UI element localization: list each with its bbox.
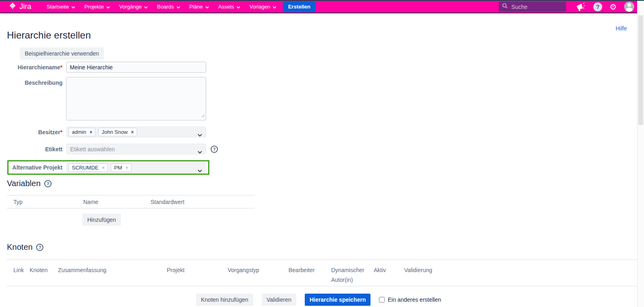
search-placeholder: Suche <box>511 4 528 10</box>
owner-select[interactable]: admin × John Snow × <box>66 127 206 137</box>
chevron-down-icon <box>177 4 180 10</box>
avatar-body <box>626 8 633 12</box>
help-link[interactable]: Hilfe <box>616 25 627 32</box>
nodes-table-header: Link Knoten Zusammenfassung Projekt Vorg… <box>7 260 637 286</box>
variables-table-header: Typ Name Standardwert <box>7 195 255 208</box>
validate-button[interactable]: Validieren <box>262 294 296 306</box>
nodes-table: Link Knoten Zusammenfassung Projekt Vorg… <box>7 260 637 286</box>
column-header-bearbeiter: Bearbeiter <box>289 260 331 286</box>
remove-tag-icon[interactable]: × <box>131 130 134 135</box>
column-header-validierung: Validierung <box>404 260 637 286</box>
chevron-down-icon <box>106 4 110 10</box>
remove-tag-icon[interactable]: × <box>89 130 92 135</box>
column-header-link: Link <box>7 260 30 286</box>
gear-icon[interactable]: ⚙ <box>610 3 617 11</box>
chevron-down-icon <box>205 4 209 10</box>
search-icon <box>502 3 508 11</box>
chevron-down-icon <box>198 148 202 155</box>
resize-grip-icon[interactable] <box>201 112 205 119</box>
hierarchy-name-input[interactable] <box>66 62 206 73</box>
chevron-down-icon <box>273 4 276 10</box>
nav-item-boards[interactable]: Boards <box>157 4 180 10</box>
description-row: Beschreibung <box>0 77 206 120</box>
help-icon[interactable]: ? <box>593 2 602 11</box>
label-select[interactable]: Etikett auswählen <box>66 144 206 155</box>
owner-label: Besitzer* <box>0 129 62 135</box>
owner-tag-john-snow: John Snow × <box>98 128 137 136</box>
column-header-dynamischer-autor: Dynamischer Autor(in) <box>331 260 374 286</box>
alt-project-tag-scrumde: SCRUMDE × <box>69 163 108 172</box>
column-header-standardwert: Standardwert <box>151 199 255 205</box>
footer-actions: Knoten hinzufügen Validieren Hierarchie … <box>0 294 637 306</box>
column-header-name: Name <box>83 199 151 205</box>
required-asterisk: * <box>60 64 62 71</box>
page: Jira Startseite Projekte Vorgänge Boards… <box>0 0 644 307</box>
add-variable-button[interactable]: Hinzufügen <box>82 214 121 226</box>
search-box[interactable]: Suche <box>499 2 566 12</box>
add-node-button[interactable]: Knoten hinzufügen <box>196 294 253 306</box>
create-another-checkbox[interactable] <box>379 297 385 303</box>
variables-help-icon[interactable]: ? <box>44 180 52 187</box>
scrollbar-thumb[interactable] <box>638 15 643 125</box>
use-sample-hierarchy-button[interactable]: Beispielhierarchie verwenden <box>20 47 104 60</box>
create-another-group: Ein anderes erstellen <box>379 296 441 303</box>
alternative-project-select[interactable]: SCRUMDE × PM × <box>66 162 206 173</box>
megaphone-icon[interactable] <box>576 2 586 11</box>
nav-item-assets[interactable]: Assets <box>218 4 240 10</box>
main-menu: Startseite Projekte Vorgänge Boards Plän… <box>47 4 276 10</box>
variables-table: Typ Name Standardwert <box>7 195 255 208</box>
column-header-zusammenfassung: Zusammenfassung <box>58 260 167 286</box>
chevron-down-icon <box>198 131 202 138</box>
column-header-projekt: Projekt <box>167 260 228 286</box>
hierarchy-name-label: Hierarchiename* <box>0 64 62 71</box>
nav-item-vorgaenge[interactable]: Vorgänge <box>119 4 148 10</box>
required-asterisk: * <box>60 129 62 135</box>
avatar-head <box>627 3 631 7</box>
chevron-down-icon <box>71 4 75 10</box>
nav-item-startseite[interactable]: Startseite <box>47 4 75 10</box>
label-select-placeholder: Etikett auswählen <box>69 146 115 152</box>
nodes-heading: Knoten ? <box>7 243 43 252</box>
variables-heading: Variablen ? <box>7 179 52 188</box>
nodes-help-icon[interactable]: ? <box>36 244 43 251</box>
remove-tag-icon[interactable]: × <box>125 165 129 170</box>
remove-tag-icon[interactable]: × <box>102 165 105 170</box>
jira-logo-text: Jira <box>19 2 31 11</box>
alternative-project-highlight-box: Alternative Projekt SCRUMDE × PM × <box>7 160 209 175</box>
owner-row: Besitzer* admin × John Snow × <box>0 127 206 137</box>
column-header-vorgangstyp: Vorgangstyp <box>228 260 289 286</box>
nav-item-plaene[interactable]: Pläne <box>190 4 209 10</box>
owner-tag-admin: admin × <box>69 128 95 136</box>
column-header-typ: Typ <box>7 199 83 205</box>
chevron-down-icon <box>237 4 240 10</box>
vertical-scrollbar[interactable] <box>637 1 644 307</box>
column-header-aktiv: Aktiv <box>374 260 404 286</box>
chevron-down-icon <box>198 167 202 174</box>
hierarchy-name-row: Hierarchiename* <box>0 62 206 73</box>
label-field-label: Etikett <box>0 146 62 152</box>
alt-project-tag-pm: PM × <box>111 163 131 172</box>
create-another-label: Ein anderes erstellen <box>388 296 441 303</box>
label-row: Etikett Etikett auswählen ? <box>0 144 218 155</box>
top-navigation-bar: Jira Startseite Projekte Vorgänge Boards… <box>0 0 644 13</box>
chevron-down-icon <box>144 4 148 10</box>
create-button[interactable]: Erstellen <box>283 1 316 12</box>
jira-logo-icon <box>8 2 17 12</box>
avatar[interactable] <box>624 2 634 12</box>
column-header-knoten: Knoten <box>30 260 58 286</box>
label-help-icon[interactable]: ? <box>211 146 218 153</box>
page-title: Hierarchie erstellen <box>7 30 91 41</box>
save-hierarchy-button[interactable]: Hierarchie speichern <box>305 294 371 306</box>
description-label: Beschreibung <box>0 77 62 86</box>
description-textarea[interactable] <box>66 77 206 120</box>
nav-item-projekte[interactable]: Projekte <box>84 4 110 10</box>
jira-logo[interactable]: Jira <box>8 2 31 12</box>
alternative-project-label: Alternative Projekt <box>9 164 62 171</box>
top-icons: ? ⚙ <box>576 2 634 12</box>
nav-item-vorlagen[interactable]: Vorlagen <box>250 4 276 10</box>
